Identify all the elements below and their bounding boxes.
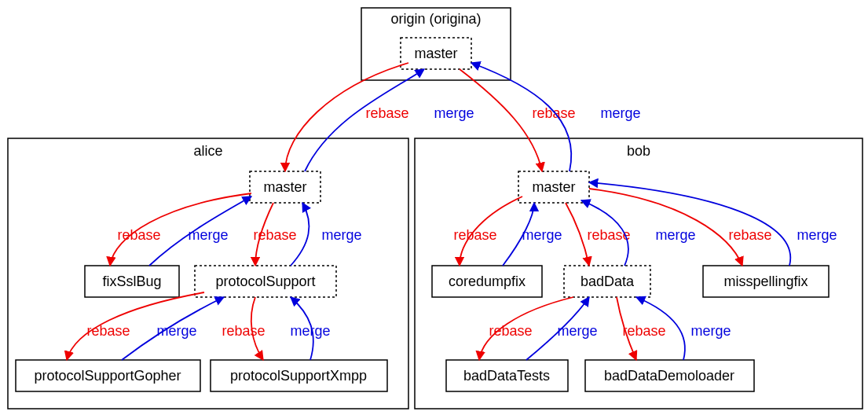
bob-label: bob	[627, 143, 650, 159]
protocolsupportgopher-label: protocolSupportGopher	[34, 368, 181, 384]
bob-master-label: master	[532, 179, 575, 195]
edge-label: merge	[156, 323, 196, 339]
coredumpfix-label: coredumpfix	[449, 274, 526, 289]
edge-label: rebase	[117, 227, 160, 243]
edge-label: rebase	[86, 323, 130, 339]
edge-label: rebase	[728, 227, 771, 243]
edge-label: merge	[797, 227, 837, 243]
edge-label: rebase	[532, 105, 575, 121]
edge-label: rebase	[587, 227, 630, 243]
origin-master-label: master	[414, 46, 457, 61]
edge-label: rebase	[489, 323, 532, 339]
edge-label: merge	[690, 323, 731, 339]
baddatademoloader-label: badDataDemoloader	[604, 368, 734, 384]
edge-label: merge	[188, 227, 228, 243]
edge-label: merge	[321, 227, 361, 243]
edge-label: merge	[557, 323, 597, 339]
alice-label: alice	[193, 143, 222, 159]
edge-misspell-bob-merge	[589, 182, 790, 266]
baddatatests-label: badDataTests	[463, 368, 550, 384]
edge-label: rebase	[222, 323, 265, 339]
fixsslbug-label: fixSslBug	[102, 274, 161, 289]
bob-cluster: bob master coredumpfix badData misspelli…	[415, 138, 863, 409]
protocolsupportxmpp-label: protocolSupportXmpp	[230, 368, 367, 384]
edge-label: rebase	[253, 227, 296, 243]
edge-label: merge	[434, 105, 474, 121]
edge-label: merge	[655, 227, 695, 243]
alice-master-label: master	[263, 179, 306, 195]
edge-label: merge	[522, 227, 562, 243]
protocolsupport-label: protocolSupport	[215, 274, 315, 289]
edge-label: rebase	[622, 323, 665, 339]
edge-label: merge	[600, 105, 640, 121]
edge-label: rebase	[453, 227, 496, 243]
git-branch-diagram: origin (origina) master alice master fix…	[0, 0, 868, 415]
baddata-label: badData	[580, 274, 635, 289]
alice-cluster: alice master fixSslBug protocolSupport p…	[8, 138, 408, 409]
edge-label: rebase	[365, 105, 408, 121]
edge-bob-baddata-rebase	[566, 203, 589, 266]
edge-label: merge	[290, 323, 330, 339]
misspellingfix-label: misspellingfix	[723, 274, 808, 289]
origin-label: origin (origina)	[390, 11, 481, 27]
